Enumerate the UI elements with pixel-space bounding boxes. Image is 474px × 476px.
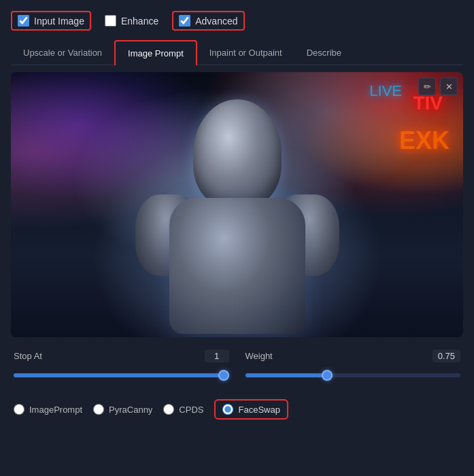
top-controls: Input Image Enhance Advanced	[11, 11, 463, 31]
radio-cpds-label: CPDS	[179, 405, 203, 415]
tab-upscale[interactable]: Upscale or Variation	[11, 41, 114, 65]
radio-cpds[interactable]: CPDS	[163, 404, 203, 415]
stop-at-header: Stop At 1	[14, 350, 229, 362]
radio-pyra-canny[interactable]: PyraCanny	[93, 404, 152, 415]
advanced-group[interactable]: Advanced	[172, 11, 244, 31]
robot-head	[193, 99, 282, 208]
edit-button[interactable]: ✏	[418, 78, 436, 95]
radio-image-prompt-label: ImagePrompt	[29, 405, 82, 415]
stop-at-value: 1	[205, 350, 229, 362]
radio-image-prompt-input[interactable]	[14, 404, 24, 415]
radio-cpds-input[interactable]	[163, 404, 174, 415]
radio-pyra-canny-label: PyraCanny	[109, 405, 152, 415]
tab-describe[interactable]: Describe	[294, 41, 354, 65]
robot-figure	[122, 86, 353, 337]
radio-image-prompt[interactable]: ImagePrompt	[14, 404, 82, 415]
weight-value: 0.75	[433, 350, 460, 362]
radio-pyra-canny-input[interactable]	[93, 404, 104, 415]
radio-row: ImagePrompt PyraCanny CPDS FaceSwap	[11, 392, 463, 422]
weight-slider-group: Weight 0.75	[246, 350, 461, 380]
tab-image-prompt[interactable]: Image Prompt	[114, 40, 197, 65]
neon-sign-3: LIVE	[369, 82, 402, 100]
enhance-label: Enhance	[121, 16, 158, 27]
stop-at-slider-group: Stop At 1	[14, 350, 229, 380]
radio-faceswap-label: FaceSwap	[238, 405, 280, 415]
radio-faceswap-input[interactable]	[222, 404, 233, 415]
close-button[interactable]: ✕	[440, 78, 458, 95]
neon-sign-2: EXK	[399, 126, 450, 155]
neon-sign-1: TIV	[413, 92, 443, 114]
robot-chest	[169, 198, 305, 334]
input-image-group[interactable]: Input Image	[11, 11, 91, 31]
advanced-checkbox[interactable]	[179, 15, 190, 27]
tab-row: Upscale or Variation Image Prompt Inpain…	[11, 40, 463, 65]
weight-input[interactable]	[246, 373, 461, 377]
image-container: TIV EXK LIVE ✏ ✕	[11, 72, 463, 337]
stop-at-label: Stop At	[14, 351, 42, 361]
input-image-label: Input Image	[34, 16, 84, 27]
weight-label: Weight	[246, 351, 273, 361]
sliders-section: Stop At 1 Weight 0.75	[11, 350, 463, 380]
input-image-checkbox[interactable]	[18, 15, 29, 27]
image-placeholder: TIV EXK LIVE	[11, 72, 463, 337]
radio-faceswap[interactable]: FaceSwap	[214, 399, 288, 420]
stop-at-input[interactable]	[14, 373, 229, 377]
weight-header: Weight 0.75	[246, 350, 461, 362]
enhance-group[interactable]: Enhance	[105, 15, 158, 27]
tab-inpaint[interactable]: Inpaint or Outpaint	[197, 41, 294, 65]
advanced-label: Advanced	[195, 16, 237, 27]
robot-image: TIV EXK LIVE	[11, 72, 463, 337]
enhance-checkbox[interactable]	[105, 15, 116, 27]
image-overlay-buttons: ✏ ✕	[418, 78, 458, 95]
